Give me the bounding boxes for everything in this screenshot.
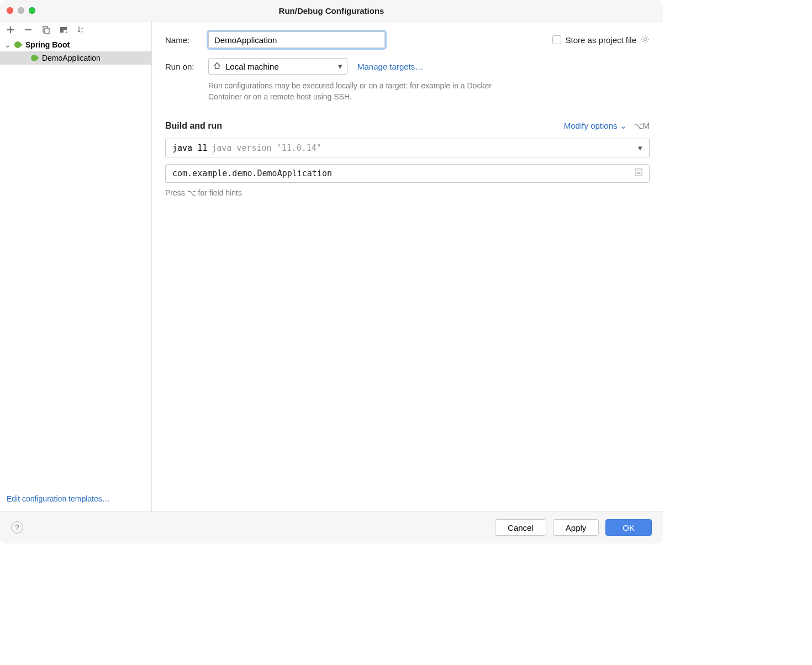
field-hint: Press ⌥ for field hints xyxy=(165,188,650,197)
separator xyxy=(165,113,650,113)
copy-config-icon[interactable] xyxy=(41,25,51,35)
sidebar: + az ⌄ Spring Boot DemoApplication Edit … xyxy=(0,22,152,511)
run-on-select[interactable]: Local machine ▾ xyxy=(208,58,347,75)
modify-options-link[interactable]: Modify options ⌄ xyxy=(564,121,627,131)
jre-select[interactable]: java 11 java version "11.0.14" ▾ xyxy=(165,139,650,157)
list-icon[interactable] xyxy=(635,168,642,178)
main-panel: Name: Store as project file Run on: Loca… xyxy=(152,22,663,511)
store-checkbox[interactable] xyxy=(552,35,561,44)
dialog-body: + az ⌄ Spring Boot DemoApplication Edit … xyxy=(0,21,663,511)
svg-text:+: + xyxy=(65,30,68,34)
config-tree: ⌄ Spring Boot DemoApplication xyxy=(0,38,151,489)
sort-config-icon[interactable]: az xyxy=(76,25,86,35)
svg-point-5 xyxy=(644,38,647,40)
manage-targets-link[interactable]: Manage targets… xyxy=(357,62,423,71)
dialog-title: Run/Debug Configurations xyxy=(0,6,663,15)
sidebar-toolbar: + az xyxy=(0,22,151,38)
main-class-input[interactable]: com.example.demo.DemoApplication xyxy=(165,164,650,183)
svg-rect-1 xyxy=(45,28,49,34)
store-label: Store as project file xyxy=(566,35,636,45)
chevron-down-icon: ⌄ xyxy=(4,40,12,49)
chevron-down-icon: ▾ xyxy=(638,143,642,153)
run-on-hint: Run configurations may be executed local… xyxy=(208,80,495,103)
spring-boot-icon xyxy=(30,54,40,62)
jre-version: java 11 xyxy=(172,143,207,153)
run-debug-config-dialog: Run/Debug Configurations + az ⌄ Spring B… xyxy=(0,0,663,543)
apply-button[interactable]: Apply xyxy=(553,519,599,536)
cancel-button[interactable]: Cancel xyxy=(495,519,546,536)
chevron-down-icon: ▾ xyxy=(338,61,342,71)
run-on-value: Local machine xyxy=(225,62,279,71)
add-config-icon[interactable] xyxy=(6,25,15,35)
zoom-window-button[interactable] xyxy=(29,7,35,14)
edit-templates-link[interactable]: Edit configuration templates… xyxy=(0,489,151,511)
traffic-lights xyxy=(7,7,35,14)
titlebar: Run/Debug Configurations xyxy=(0,0,663,21)
tree-category-label: Spring Boot xyxy=(25,40,70,49)
spring-boot-icon xyxy=(13,41,23,49)
modify-shortcut: ⌥M xyxy=(634,121,650,131)
remove-config-icon[interactable] xyxy=(23,25,33,35)
ok-button[interactable]: OK xyxy=(605,519,652,536)
name-label: Name: xyxy=(165,35,208,45)
build-run-header: Build and run Modify options ⌄ ⌥M xyxy=(165,121,650,131)
tree-category-spring-boot[interactable]: ⌄ Spring Boot xyxy=(0,38,151,51)
store-as-project-file[interactable]: Store as project file xyxy=(552,35,650,45)
name-input[interactable] xyxy=(208,31,385,48)
jre-detail: java version "11.0.14" xyxy=(212,143,321,153)
tree-item-label: DemoApplication xyxy=(42,54,101,62)
run-on-label: Run on: xyxy=(165,62,208,71)
dialog-footer: ? Cancel Apply OK xyxy=(0,511,663,543)
build-run-title: Build and run xyxy=(165,121,222,131)
minimize-window-button[interactable] xyxy=(18,7,24,14)
chevron-down-icon: ⌄ xyxy=(620,121,627,131)
run-on-row: Run on: Local machine ▾ Manage targets… xyxy=(165,58,650,75)
save-config-icon[interactable]: + xyxy=(59,25,68,35)
home-icon xyxy=(213,62,221,71)
svg-text:z: z xyxy=(81,30,83,34)
tree-item-demo-application[interactable]: DemoApplication xyxy=(0,51,151,65)
main-class-value: com.example.demo.DemoApplication xyxy=(172,168,332,178)
gear-icon[interactable] xyxy=(641,35,650,45)
name-row: Name: Store as project file xyxy=(165,31,650,48)
close-window-button[interactable] xyxy=(7,7,13,14)
help-button[interactable]: ? xyxy=(11,521,23,534)
svg-text:a: a xyxy=(81,27,83,30)
